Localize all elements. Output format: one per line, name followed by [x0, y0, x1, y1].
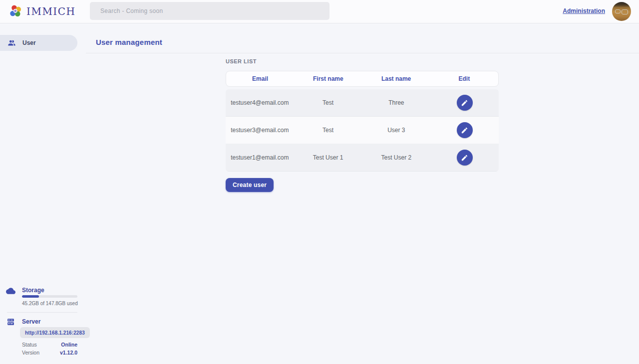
- edit-user-button[interactable]: [457, 122, 473, 138]
- status-value: Online: [61, 342, 77, 348]
- pencil-icon: [461, 99, 468, 107]
- version-label: Version: [22, 350, 39, 356]
- cell-first-name: Test: [294, 127, 362, 134]
- version-value: v1.12.0: [60, 350, 77, 356]
- edit-user-button[interactable]: [457, 150, 473, 166]
- col-header-last-name: Last name: [362, 75, 430, 82]
- pencil-icon: [461, 154, 468, 162]
- brand-name: IMMICH: [26, 5, 76, 17]
- storage-progress-fill: [22, 295, 39, 298]
- page-title: User management: [96, 38, 162, 46]
- title-divider: [86, 53, 639, 53]
- search-input[interactable]: [90, 2, 329, 20]
- cell-first-name: Test: [294, 99, 362, 106]
- table-header-row: Email First name Last name Edit: [226, 71, 499, 87]
- users-icon: [7, 39, 16, 47]
- status-label: Status: [22, 342, 37, 348]
- col-header-email: Email: [226, 75, 294, 82]
- user-list-label: USER LIST: [226, 58, 257, 64]
- cell-last-name: Three: [362, 99, 431, 106]
- col-header-edit: Edit: [430, 75, 498, 82]
- table-row: testuser3@email.com Test User 3: [226, 117, 499, 144]
- server-status-row: Status Online: [22, 342, 77, 348]
- cloud-icon: [6, 286, 15, 296]
- immich-flower-icon: [9, 4, 22, 18]
- immich-logo[interactable]: IMMICH: [9, 4, 76, 18]
- server-version-row: Version v1.12.0: [22, 350, 77, 356]
- col-header-first-name: First name: [294, 75, 362, 82]
- sidebar-item-label: User: [22, 39, 36, 46]
- server-url-chip: http://192.168.1.216:2283: [20, 327, 90, 338]
- create-user-button[interactable]: Create user: [226, 178, 274, 192]
- cell-email: testuser1@email.com: [226, 154, 294, 161]
- server-icon: [6, 318, 15, 326]
- storage-progress-bar: [22, 295, 77, 298]
- administration-link[interactable]: Administration: [563, 7, 605, 14]
- cell-last-name: User 3: [362, 127, 431, 134]
- storage-usage-text: 45.2GB of 147.8GB used: [22, 301, 78, 306]
- cell-email: testuser4@email.com: [226, 99, 294, 106]
- sidebar-item-user[interactable]: User: [0, 35, 77, 51]
- server-title: Server: [22, 318, 40, 325]
- table-row: testuser1@email.com Test User 1 Test Use…: [226, 144, 499, 172]
- cell-first-name: Test User 1: [294, 154, 362, 161]
- table-row: testuser4@email.com Test Three: [226, 89, 499, 117]
- topbar: IMMICH Administration: [0, 0, 639, 23]
- table-body: testuser4@email.com Test Three testuser3…: [226, 89, 499, 172]
- storage-title: Storage: [22, 287, 44, 294]
- pencil-icon: [461, 127, 468, 134]
- cell-last-name: Test User 2: [362, 154, 431, 161]
- user-table: Email First name Last name Edit testuser…: [226, 71, 499, 172]
- cell-email: testuser3@email.com: [226, 127, 294, 134]
- avatar-photo-detail: [615, 9, 621, 13]
- edit-user-button[interactable]: [457, 95, 473, 111]
- user-avatar[interactable]: [612, 2, 631, 21]
- sidebar-divider: [7, 312, 77, 313]
